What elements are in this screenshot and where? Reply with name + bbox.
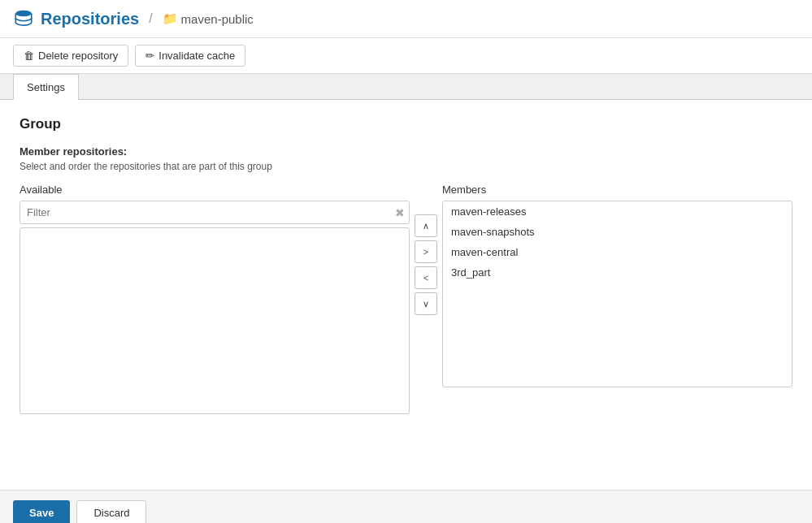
transfer-buttons-column: ∧ > < ∨ xyxy=(410,214,442,315)
tab-settings-label: Settings xyxy=(27,81,65,93)
members-panel: Members maven-releasesmaven-snapshotsmav… xyxy=(442,184,792,387)
up-arrow-icon: ∧ xyxy=(423,221,429,231)
filter-clear-button[interactable]: ✖ xyxy=(395,207,405,218)
member-repos-label: Member repositories: xyxy=(20,145,792,158)
move-right-button[interactable]: > xyxy=(415,240,437,263)
right-arrow-icon: > xyxy=(423,247,428,257)
available-list[interactable] xyxy=(20,227,410,414)
list-item[interactable]: maven-central xyxy=(443,242,792,262)
filter-input[interactable] xyxy=(20,201,410,224)
delete-label: Delete repository xyxy=(38,50,118,62)
available-label: Available xyxy=(20,184,410,196)
members-label: Members xyxy=(442,184,792,196)
members-list[interactable]: maven-releasesmaven-snapshotsmaven-centr… xyxy=(442,201,792,387)
main-content: Group Member repositories: Select and or… xyxy=(0,100,812,490)
tab-bar: Settings xyxy=(0,74,812,100)
repo-folder-icon: 📁 xyxy=(163,11,178,26)
repositories-icon xyxy=(13,8,34,29)
repo-breadcrumb: 📁 maven-public xyxy=(163,11,254,26)
panels-row: Available ✖ ∧ > < ∨ xyxy=(20,184,792,414)
tab-settings[interactable]: Settings xyxy=(13,74,79,100)
breadcrumb-separator: / xyxy=(149,11,152,26)
discard-label: Discard xyxy=(93,507,129,519)
down-arrow-icon: ∨ xyxy=(423,299,429,309)
list-item[interactable]: maven-snapshots xyxy=(443,222,792,242)
move-down-button[interactable]: ∨ xyxy=(415,292,437,315)
save-label: Save xyxy=(29,507,54,519)
list-item[interactable]: maven-releases xyxy=(443,201,792,222)
move-left-button[interactable]: < xyxy=(415,266,437,289)
bottom-bar: Save Discard xyxy=(0,490,812,523)
member-repos-hint: Select and order the repositories that a… xyxy=(20,161,792,172)
move-up-button[interactable]: ∧ xyxy=(415,214,437,237)
discard-button[interactable]: Discard xyxy=(76,500,146,523)
save-button[interactable]: Save xyxy=(13,500,70,523)
svg-point-0 xyxy=(15,11,32,17)
repo-name: maven-public xyxy=(181,12,254,26)
filter-wrapper: ✖ xyxy=(20,201,410,224)
section-title: Group xyxy=(20,116,792,132)
page-title: Repositories xyxy=(41,10,139,28)
invalidate-label: Invalidate cache xyxy=(158,50,235,62)
available-panel: Available ✖ xyxy=(20,184,410,414)
delete-repository-button[interactable]: 🗑 Delete repository xyxy=(13,45,128,67)
delete-icon: 🗑 xyxy=(24,50,34,62)
left-arrow-icon: < xyxy=(423,273,428,283)
top-bar: Repositories / 📁 maven-public xyxy=(0,0,812,38)
invalidate-cache-button[interactable]: ✏ Invalidate cache xyxy=(135,45,245,67)
action-bar: 🗑 Delete repository ✏ Invalidate cache xyxy=(0,38,812,74)
list-item[interactable]: 3rd_part xyxy=(443,262,792,283)
invalidate-icon: ✏ xyxy=(145,50,154,62)
